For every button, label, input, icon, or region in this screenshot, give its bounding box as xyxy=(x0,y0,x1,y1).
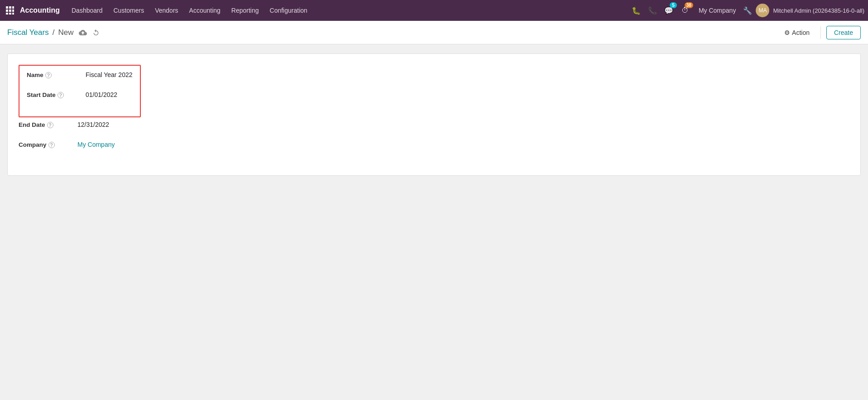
action-button[interactable]: ⚙ Action xyxy=(779,26,815,39)
name-value[interactable]: Fiscal Year 2022 xyxy=(86,71,133,78)
company-help-icon[interactable]: ? xyxy=(48,142,55,148)
grid-menu-icon[interactable] xyxy=(4,4,16,17)
topnav-right-icons: 🐛 📞 💬 5 ⏱ 38 My Company 🔧 MA Mitchell Ad… xyxy=(630,4,864,17)
breadcrumb-parent[interactable]: Fiscal Years xyxy=(7,28,49,37)
save-cloud-icon[interactable] xyxy=(79,29,87,37)
breadcrumb-separator: / xyxy=(53,28,55,37)
company-label: Company ? xyxy=(19,141,77,148)
start-date-value[interactable]: 01/01/2022 xyxy=(86,91,117,98)
svg-rect-3 xyxy=(6,10,8,12)
chat-icon[interactable]: 💬 5 xyxy=(662,4,675,17)
end-date-row: End Date ? 12/31/2022 xyxy=(19,121,849,135)
nav-configuration[interactable]: Configuration xyxy=(265,5,312,16)
wrench-icon[interactable]: 🔧 xyxy=(743,6,752,15)
phone-icon[interactable]: 📞 xyxy=(646,4,659,17)
highlighted-fields: Name ? Fiscal Year 2022 Start Date ? 01/… xyxy=(19,65,141,117)
company-value[interactable]: My Company xyxy=(77,141,115,148)
app-name: Accounting xyxy=(20,6,60,14)
activity-badge: 38 xyxy=(685,2,693,8)
action-label: Action xyxy=(792,29,810,36)
nav-reporting[interactable]: Reporting xyxy=(227,5,264,16)
activity-icon[interactable]: ⏱ 38 xyxy=(679,4,691,17)
svg-rect-0 xyxy=(6,6,8,9)
start-date-row: Start Date ? 01/01/2022 xyxy=(27,91,133,106)
chat-badge: 5 xyxy=(670,2,677,8)
company-row: Company ? My Company xyxy=(19,141,849,155)
name-help-icon[interactable]: ? xyxy=(45,72,52,78)
svg-rect-6 xyxy=(6,13,8,14)
gear-icon: ⚙ xyxy=(784,29,790,36)
start-date-help-icon[interactable]: ? xyxy=(58,92,64,98)
svg-rect-1 xyxy=(9,6,11,9)
svg-rect-7 xyxy=(9,13,11,14)
company-name[interactable]: My Company xyxy=(699,7,736,14)
top-navigation: Accounting Dashboard Customers Vendors A… xyxy=(0,0,868,21)
nav-dashboard[interactable]: Dashboard xyxy=(67,5,107,16)
form-card: Name ? Fiscal Year 2022 Start Date ? 01/… xyxy=(7,53,861,176)
nav-accounting[interactable]: Accounting xyxy=(185,5,225,16)
svg-rect-8 xyxy=(12,13,14,14)
create-button[interactable]: Create xyxy=(826,26,861,39)
svg-rect-4 xyxy=(9,10,11,12)
start-date-label: Start Date ? xyxy=(27,92,86,98)
main-content: Name ? Fiscal Year 2022 Start Date ? 01/… xyxy=(0,44,868,400)
svg-rect-2 xyxy=(12,6,14,9)
breadcrumb-current: New xyxy=(58,28,73,37)
breadcrumb-bar: Fiscal Years / New ⚙ Action Create xyxy=(0,21,868,44)
nav-customers[interactable]: Customers xyxy=(109,5,149,16)
end-date-label: End Date ? xyxy=(19,121,77,128)
user-name[interactable]: Mitchell Admin (20264385-16-0-all) xyxy=(773,7,864,14)
end-date-help-icon[interactable]: ? xyxy=(47,122,53,128)
svg-rect-5 xyxy=(12,10,14,12)
end-date-value[interactable]: 12/31/2022 xyxy=(77,121,109,128)
name-label: Name ? xyxy=(27,72,86,78)
discard-icon[interactable] xyxy=(92,29,100,36)
name-row: Name ? Fiscal Year 2022 xyxy=(27,71,133,86)
nav-vendors[interactable]: Vendors xyxy=(150,5,182,16)
user-avatar[interactable]: MA xyxy=(756,4,769,17)
bug-icon[interactable]: 🐛 xyxy=(630,4,643,17)
